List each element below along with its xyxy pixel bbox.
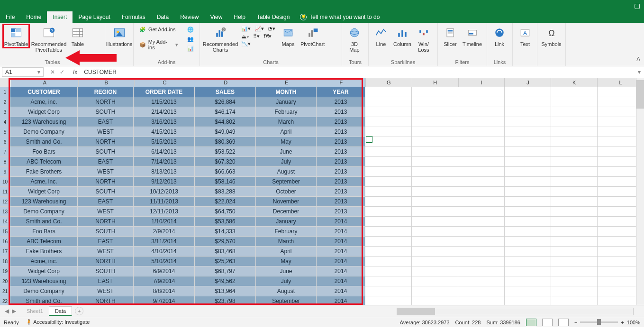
cell[interactable] xyxy=(412,167,458,177)
cell[interactable]: 2014 xyxy=(317,217,365,227)
cell[interactable] xyxy=(365,207,412,217)
combo-chart-icon[interactable]: 📉▾ xyxy=(240,40,252,47)
cell[interactable]: 2014 xyxy=(317,237,365,247)
cell[interactable]: 7/14/2013 xyxy=(134,157,195,167)
cell[interactable] xyxy=(458,97,505,107)
cell[interactable]: SALES xyxy=(195,87,256,97)
cell[interactable] xyxy=(365,217,412,227)
cell[interactable] xyxy=(505,207,551,217)
cell[interactable]: 123 Warehousing xyxy=(10,197,78,207)
cell[interactable] xyxy=(505,296,551,305)
cell[interactable]: Smith and Co. xyxy=(10,217,78,227)
cell[interactable] xyxy=(365,276,412,286)
cell[interactable]: $44,802 xyxy=(195,117,256,127)
cell[interactable] xyxy=(412,177,458,187)
cell[interactable]: 2/14/2013 xyxy=(134,107,195,117)
sheet-tab-active[interactable]: Data xyxy=(49,306,72,316)
cell[interactable] xyxy=(551,187,598,197)
tab-view[interactable]: View xyxy=(205,11,228,23)
my-addins-button[interactable]: 📦My Add-ins ▾ xyxy=(137,38,180,51)
cell[interactable]: SOUTH xyxy=(78,187,134,197)
row-header[interactable]: 2 xyxy=(0,97,10,107)
row-header[interactable]: 19 xyxy=(0,266,10,276)
cell[interactable]: 9/7/2014 xyxy=(134,296,195,305)
cell[interactable]: NORTH xyxy=(78,97,134,107)
cell[interactable]: 2014 xyxy=(317,286,365,296)
cell[interactable]: 6/14/2013 xyxy=(134,147,195,157)
row-header[interactable]: 7 xyxy=(0,147,10,157)
cell[interactable]: June xyxy=(256,147,317,157)
cell[interactable]: 5/10/2014 xyxy=(134,257,195,266)
cell[interactable]: September xyxy=(256,177,317,187)
cell[interactable]: $67,320 xyxy=(195,157,256,167)
row-header[interactable]: 18 xyxy=(0,257,10,266)
cell[interactable] xyxy=(551,177,598,187)
cell[interactable]: Demo Company xyxy=(10,127,78,137)
table-button[interactable]: Table xyxy=(68,24,87,48)
normal-view-button[interactable] xyxy=(526,319,536,326)
cell[interactable]: WEST xyxy=(78,247,134,257)
column-header[interactable]: H xyxy=(412,78,459,87)
cell[interactable] xyxy=(505,247,551,257)
cell[interactable] xyxy=(412,97,458,107)
cell[interactable] xyxy=(458,217,505,227)
cell[interactable] xyxy=(458,286,505,296)
row-header[interactable]: 13 xyxy=(0,207,10,217)
cell[interactable] xyxy=(505,107,551,117)
cell[interactable] xyxy=(365,187,412,197)
cell[interactable]: Widget Corp xyxy=(10,266,78,276)
cell[interactable] xyxy=(412,257,458,266)
cell[interactable]: 1/15/2013 xyxy=(134,97,195,107)
new-sheet-button[interactable]: + xyxy=(75,307,83,315)
cell[interactable]: August xyxy=(256,167,317,177)
cell[interactable] xyxy=(551,127,598,137)
cell[interactable]: $49,049 xyxy=(195,127,256,137)
cell[interactable] xyxy=(412,147,458,157)
cell[interactable] xyxy=(551,237,598,247)
cell[interactable]: 123 Warehousing xyxy=(10,117,78,127)
horizontal-scrollbar[interactable] xyxy=(397,308,634,315)
link-button[interactable]: Link xyxy=(490,24,509,48)
cell[interactable] xyxy=(458,197,505,207)
cell[interactable]: $23,798 xyxy=(195,296,256,305)
cell[interactable] xyxy=(365,177,412,187)
accessibility-status[interactable]: 🧍 Accessibility: Investigate xyxy=(26,319,90,325)
cell[interactable]: REGION xyxy=(78,87,134,97)
cell[interactable] xyxy=(365,257,412,266)
cell[interactable] xyxy=(412,157,458,167)
cell[interactable]: $64,750 xyxy=(195,207,256,217)
cell[interactable]: NORTH xyxy=(78,257,134,266)
cell[interactable]: $53,522 xyxy=(195,147,256,157)
cell[interactable] xyxy=(458,147,505,157)
tab-table-design[interactable]: Table Design xyxy=(251,11,295,23)
cell[interactable] xyxy=(505,177,551,187)
cell[interactable] xyxy=(505,237,551,247)
scatter-chart-icon[interactable]: ⠿▾ xyxy=(252,33,261,40)
cell[interactable]: SOUTH xyxy=(78,266,134,276)
cell[interactable]: 2014 xyxy=(317,257,365,266)
cell[interactable] xyxy=(365,127,412,137)
tab-review[interactable]: Review xyxy=(174,11,204,23)
column-header[interactable]: A xyxy=(11,78,79,87)
cell[interactable]: Fake Brothers xyxy=(10,167,78,177)
cell[interactable] xyxy=(505,157,551,167)
surface-chart-icon[interactable]: 🗺▾ xyxy=(262,33,273,40)
column-header[interactable]: C xyxy=(135,78,196,87)
cell[interactable]: Foo Bars xyxy=(10,227,78,237)
cell[interactable]: 8/13/2013 xyxy=(134,167,195,177)
cell[interactable] xyxy=(551,157,598,167)
tab-page-layout[interactable]: Page Layout xyxy=(73,11,116,23)
sparkline-line-button[interactable]: Line xyxy=(372,24,390,48)
cancel-icon[interactable]: ✕ xyxy=(50,69,55,75)
cell[interactable] xyxy=(505,286,551,296)
sheet-nav-next-icon[interactable]: ▶ xyxy=(12,308,16,314)
row-header[interactable]: 6 xyxy=(0,137,10,147)
cell[interactable] xyxy=(412,87,458,97)
cell[interactable]: $83,468 xyxy=(195,247,256,257)
cell[interactable]: Smith and Co. xyxy=(10,137,78,147)
recommended-pivottables-button[interactable]: ? Recommended PivotTables xyxy=(30,24,67,54)
cell[interactable] xyxy=(458,107,505,117)
cell[interactable]: 12/11/2013 xyxy=(134,207,195,217)
cell[interactable]: 2013 xyxy=(317,197,365,207)
row-header[interactable]: 1 xyxy=(0,87,10,97)
